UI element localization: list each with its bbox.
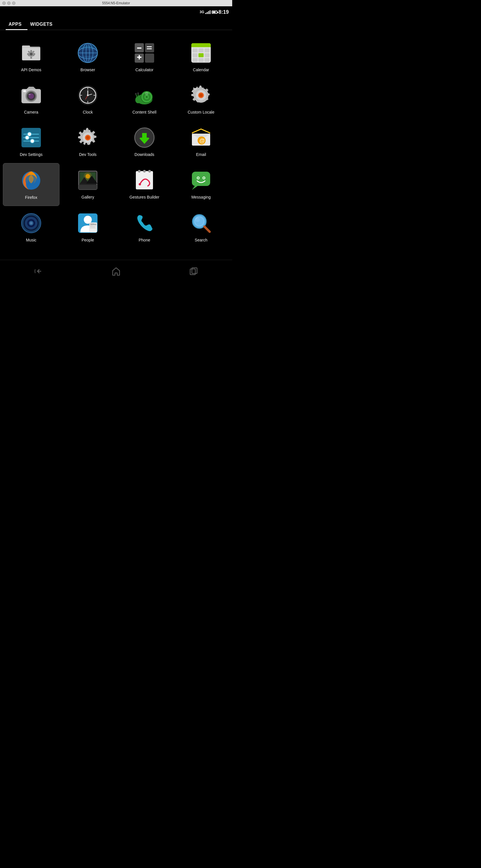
svg-text:@: @ [199, 137, 205, 144]
svg-point-50 [28, 94, 31, 95]
svg-point-117 [203, 177, 205, 179]
app-item-people[interactable]: Lorem ipsum People [60, 206, 116, 248]
svg-point-91 [86, 136, 90, 139]
svg-rect-106 [78, 185, 97, 189]
browser-icon [76, 41, 99, 64]
svg-line-138 [204, 226, 210, 232]
app-item-email[interactable]: @ Email [173, 120, 229, 163]
svg-rect-6 [30, 57, 32, 59]
app-item-clock[interactable]: Clock [60, 78, 116, 120]
app-item-gestures-builder[interactable]: Gestures Builder [116, 163, 173, 206]
svg-rect-41 [192, 58, 198, 62]
svg-point-4 [30, 53, 33, 56]
tab-bar: APPS WIDGETS [0, 18, 232, 30]
svg-text:ipsum: ipsum [90, 225, 93, 226]
svg-rect-35 [192, 48, 198, 52]
signal-bar-4 [210, 10, 211, 14]
battery-fill [213, 11, 216, 13]
svg-point-110 [149, 170, 151, 172]
svg-point-80 [199, 94, 203, 97]
recents-button[interactable] [188, 266, 199, 277]
app-item-search[interactable]: Search [173, 206, 229, 248]
svg-rect-29 [147, 48, 152, 49]
app-item-downloads[interactable]: Downloads [116, 120, 173, 163]
signal-bar-3 [208, 11, 209, 14]
app-label-custom-locale: Custom Locale [188, 110, 214, 115]
svg-point-116 [197, 177, 199, 179]
network-label: 3G [200, 10, 204, 14]
svg-point-61 [87, 94, 89, 96]
status-bar: 3G 8:19 [0, 6, 232, 18]
app-grid: API Demos Browser [0, 30, 232, 254]
nav-bar [0, 260, 232, 283]
minimize-button[interactable] [7, 1, 10, 5]
back-button[interactable] [33, 266, 44, 277]
svg-point-72 [146, 96, 147, 98]
dev-tools-icon [76, 126, 99, 149]
svg-point-67 [137, 92, 139, 94]
svg-rect-49 [23, 90, 26, 92]
app-item-dev-settings[interactable]: Dev Settings [3, 120, 60, 163]
app-item-browser[interactable]: Browser [60, 36, 116, 78]
calendar-icon [190, 41, 213, 64]
svg-point-139 [195, 217, 203, 225]
status-icons: 3G 8:19 [200, 9, 229, 15]
svg-text:Lorem: Lorem [90, 223, 94, 224]
app-label-calculator: Calculator [135, 67, 153, 72]
window-title: 5554:N5-Emulator [102, 1, 130, 5]
app-item-messaging[interactable]: Messaging [173, 163, 229, 206]
svg-point-123 [30, 222, 32, 224]
downloads-icon [133, 126, 156, 149]
app-label-gallery: Gallery [82, 194, 94, 200]
app-label-people: People [82, 238, 94, 243]
firefox-icon [20, 169, 42, 192]
content-shell-icon [133, 84, 156, 107]
app-label-firefox: Firefox [25, 195, 37, 200]
app-item-gallery[interactable]: Gallery [60, 163, 116, 206]
app-item-firefox[interactable]: Firefox [3, 163, 60, 206]
app-item-calendar[interactable]: Calendar [173, 36, 229, 78]
app-item-custom-locale[interactable]: Custom Locale [173, 78, 229, 120]
maximize-button[interactable] [12, 1, 15, 5]
app-item-phone[interactable]: Phone [116, 206, 173, 248]
svg-rect-5 [30, 50, 32, 52]
app-label-gestures-builder: Gestures Builder [130, 194, 159, 200]
svg-marker-113 [192, 186, 198, 190]
svg-point-73 [145, 92, 149, 95]
clock-icon [76, 84, 99, 107]
app-item-api-demos[interactable]: API Demos [3, 36, 60, 78]
svg-rect-131 [90, 226, 95, 227]
app-item-dev-tools[interactable]: Dev Tools [60, 120, 116, 163]
window-controls [2, 1, 15, 5]
svg-rect-27 [137, 48, 141, 49]
time-display: 8:19 [219, 9, 229, 15]
tab-apps[interactable]: APPS [6, 18, 28, 30]
svg-point-86 [25, 135, 29, 140]
svg-rect-43 [204, 58, 210, 62]
gallery-icon [76, 169, 99, 192]
phone-icon [133, 212, 156, 235]
app-label-search: Search [195, 238, 207, 243]
app-label-api-demos: API Demos [21, 67, 41, 72]
app-item-music[interactable]: Music [3, 206, 60, 248]
svg-rect-39 [198, 53, 203, 57]
svg-point-108 [138, 170, 140, 172]
svg-rect-34 [191, 45, 211, 47]
close-button[interactable] [2, 1, 6, 5]
custom-locale-icon [190, 84, 213, 107]
camera-icon [20, 84, 42, 107]
battery-icon [212, 10, 217, 14]
svg-rect-24 [145, 43, 154, 52]
tab-widgets[interactable]: WIDGETS [28, 18, 58, 30]
app-item-calculator[interactable]: Calculator [116, 36, 173, 78]
signal-bar-2 [207, 12, 207, 14]
home-button[interactable] [110, 266, 122, 277]
app-item-camera[interactable]: Camera [3, 78, 60, 120]
dev-settings-icon [20, 126, 42, 149]
svg-point-66 [135, 93, 137, 95]
music-icon [20, 212, 42, 235]
app-label-downloads: Downloads [134, 152, 154, 157]
title-bar: 5554:N5-Emulator [0, 0, 232, 6]
app-item-content-shell[interactable]: Content Shell [116, 78, 173, 120]
calculator-icon [133, 41, 156, 64]
